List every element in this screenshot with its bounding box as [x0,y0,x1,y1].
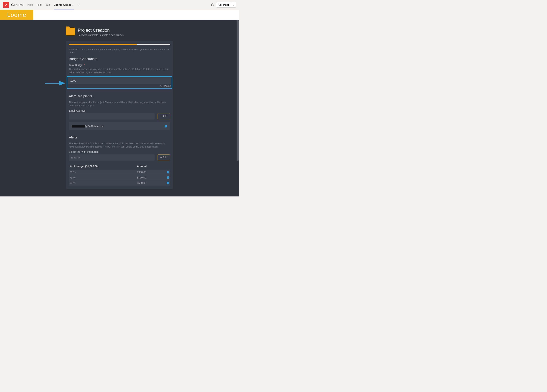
tab-posts[interactable]: Posts [27,0,33,9]
svg-rect-0 [219,4,220,6]
alerts-title: Alerts [69,135,170,139]
teams-header: LA General Posts Files Wiki Loome Assist… [0,0,239,10]
loome-logo: Loome [0,10,33,20]
row-amount: $500.00 [137,181,166,184]
alerts-section: Alerts The alert thresholds for this pro… [69,135,170,186]
header-amount: Amount [137,165,166,168]
meet-button[interactable]: Meet [216,2,231,8]
total-budget-input[interactable] [68,78,171,84]
header-percent: % of budget ($1,000.00) [70,165,137,168]
video-icon [219,3,222,6]
redacted-name [72,125,85,127]
email-domain: @BizData.co.nz [85,125,103,128]
email-address-label: Email Address [69,109,170,112]
add-alert-label: Add [163,156,167,159]
email-input-row: + Add [69,113,170,120]
alerts-table: % of budget ($1,000.00) Amount 90 % $900… [69,163,170,186]
scrollbar[interactable] [236,20,239,196]
tab-loome-assist[interactable]: Loome Assist ⌄ [54,0,74,9]
row-amount: $750.00 [137,176,166,179]
page-header: Project Creation Follow the prompts to c… [66,28,173,36]
info-icon[interactable]: i [167,182,169,184]
page-title: Project Creation [78,28,124,33]
meet-label: Meet [223,3,229,6]
info-icon[interactable]: i [164,125,167,127]
loome-banner: Loome [0,10,239,20]
percent-input[interactable] [69,154,155,161]
header-actions: Meet ⌄ [211,2,236,8]
meet-button-group: Meet ⌄ [216,2,236,8]
alerts-table-header: % of budget ($1,000.00) Amount [69,163,170,170]
add-recipient-label: Add [163,115,167,118]
tab-loome-assist-label: Loome Assist [54,3,71,6]
row-percent: 75 % [70,176,137,179]
arrow-annotation [45,81,66,86]
info-icon[interactable]: i [167,171,169,173]
chat-icon[interactable] [211,3,214,7]
select-percent-label: Select the % of the budget [69,150,170,153]
table-row: 90 % $900.00 i [69,170,170,175]
channel-name[interactable]: General [11,3,24,7]
email-input[interactable] [69,113,155,120]
progress-fill [69,44,137,45]
row-percent: 50 % [70,181,137,184]
row-percent: 90 % [70,171,137,174]
progress-bar [69,44,170,45]
table-row: 75 % $750.00 i [69,175,170,180]
recipients-section: Alert Recipients The alert recipients fo… [69,94,170,130]
info-icon[interactable]: i [167,176,169,179]
page-subtitle: Follow the prompts to create a new proje… [78,33,124,36]
tab-wiki[interactable]: Wiki [46,0,50,9]
plus-icon: + [160,115,162,118]
folder-icon [66,28,75,35]
recipient-chip: @BizData.co.nz i [69,122,170,130]
recipients-title: Alert Recipients [69,94,170,98]
budget-title: Budget Constraints [69,57,170,61]
add-tab-button[interactable]: + [77,3,81,7]
intro-text: Now, let's set a spending budget for thi… [69,48,170,54]
total-budget-label: Total Budget * [69,64,170,66]
form-card: Now, let's set a spending budget for thi… [66,41,173,189]
row-amount: $900.00 [137,171,166,174]
budget-section: Budget Constraints Total Budget * The to… [69,57,170,89]
content-wrapper: Project Creation Follow the prompts to c… [66,28,173,189]
add-recipient-button[interactable]: + Add [157,113,170,119]
budget-formatted: $1,000.00 [68,85,171,88]
percent-input-row: + Add [69,154,170,161]
tab-files[interactable]: Files [37,0,42,9]
chevron-down-icon[interactable]: ⌄ [72,4,74,6]
add-alert-button[interactable]: + Add [157,154,170,160]
app-body: Project Creation Follow the prompts to c… [0,20,239,196]
meet-dropdown-button[interactable]: ⌄ [231,2,236,8]
table-row: 50 % $500.00 i [69,180,170,186]
budget-help: The total budget of this project. The bu… [69,68,170,74]
tabs-row: Posts Files Wiki Loome Assist ⌄ + [27,0,81,9]
team-avatar[interactable]: LA [3,2,9,8]
recipients-help: The alert recipients for this project. T… [69,101,170,107]
alerts-help: The alert thresholds for this project. W… [69,142,170,148]
budget-highlight: $1,000.00 [67,76,172,89]
plus-icon: + [160,156,162,159]
scrollbar-thumb[interactable] [237,20,239,161]
